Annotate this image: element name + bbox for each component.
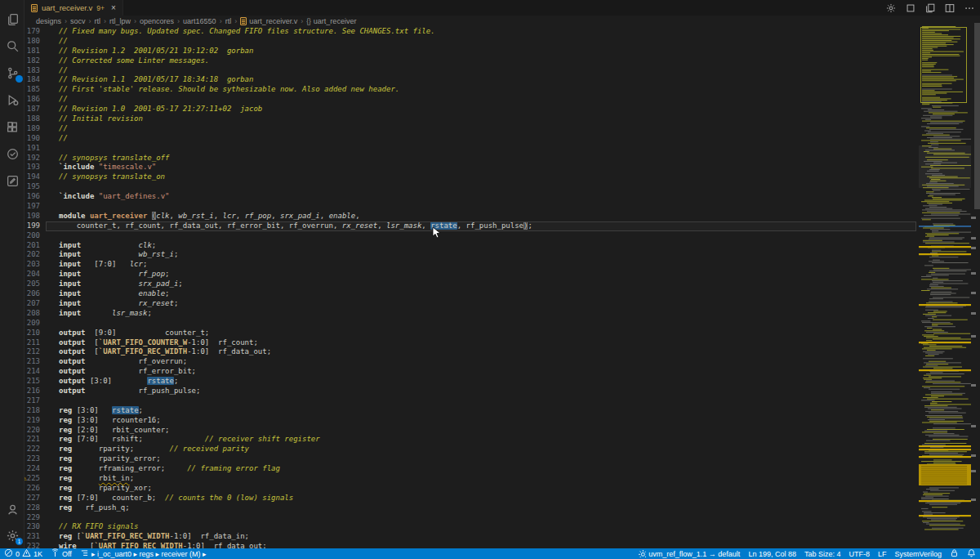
encoding[interactable]: UTF-8: [844, 548, 874, 559]
code-line-197[interactable]: 197: [24, 202, 919, 212]
cursor-position[interactable]: Ln 199, Col 88: [744, 548, 800, 559]
code-line-204[interactable]: 204input rf_pop;: [24, 270, 919, 280]
breadcrumb-item-rtl[interactable]: rtl: [95, 17, 101, 25]
search-icon[interactable]: [0, 34, 24, 58]
status-bar: 01KOff▸ i_oc_uart0 ▸ regs ▸ receiver (M)…: [0, 548, 980, 559]
symbol-module-icon: {}: [306, 17, 311, 25]
problems-indicator[interactable]: 01K: [0, 548, 47, 559]
code-line-214[interactable]: 214output rf_error_bit;: [24, 367, 919, 377]
breadcrumb-item-uart16550[interactable]: uart16550: [183, 17, 216, 25]
source-control-icon[interactable]: [0, 60, 24, 85]
extensions-icon[interactable]: [0, 114, 24, 139]
code-line-212[interactable]: 212output [`UART_FIFO_REC_WIDTH-1:0] rf_…: [24, 347, 919, 357]
code-line-179[interactable]: 179// Fixed many bugs. Updated spec. Cha…: [24, 27, 919, 37]
run-debug-icon[interactable]: [0, 87, 24, 112]
code-line-186[interactable]: 186//: [24, 95, 919, 105]
code-line-213[interactable]: 213output rf_overrun;: [24, 357, 919, 367]
more-actions-icon[interactable]: [964, 2, 975, 14]
code-line-207[interactable]: 207input rx_reset;: [24, 299, 919, 309]
code-line-183[interactable]: 183//: [24, 66, 919, 76]
label: SystemVerilog: [894, 550, 942, 558]
code-line-189[interactable]: 189//: [24, 124, 919, 134]
breadcrumb-item-socv[interactable]: socv: [70, 17, 86, 25]
code-line-187[interactable]: 187// Revision 1.0 2001-05-17 21:27:11+0…: [24, 105, 919, 114]
code-line-220[interactable]: 220reg [2:0] rbit_counter;: [24, 426, 919, 436]
eol[interactable]: LF: [874, 548, 891, 559]
code-line-193[interactable]: 193`include "timescale.v": [24, 163, 919, 172]
breadcrumb-item-opencores[interactable]: opencores: [140, 17, 174, 25]
breadcrumb-item-uart-receiver-v[interactable]: uart_receiver.v: [240, 17, 297, 25]
code-line-190[interactable]: 190//: [24, 134, 919, 144]
code-line-202[interactable]: 202input wb_rst_i;: [24, 250, 919, 260]
line-content: input lsr_mask;: [40, 309, 152, 319]
code-line-195[interactable]: 195: [24, 182, 919, 192]
tower-status[interactable]: Off: [47, 548, 76, 559]
code-line-200[interactable]: 200: [24, 231, 919, 241]
gear-icon[interactable]: [885, 2, 897, 14]
code-line-218[interactable]: 218reg [3:0] rstate;: [24, 406, 919, 416]
code-line-203[interactable]: 203input [7:0] lcr;: [24, 260, 919, 270]
breadcrumb-item-designs[interactable]: designs: [36, 17, 61, 25]
code-line-223[interactable]: 223reg rparity_error;: [24, 454, 919, 464]
code-line-194[interactable]: 194// synopsys translate_on: [24, 172, 919, 182]
split-editor-icon[interactable]: [944, 2, 956, 14]
code-line-209[interactable]: 209: [24, 319, 919, 329]
code-line-221[interactable]: 221reg [7:0] rshift; // receiver shift r…: [24, 435, 919, 445]
code-line-228[interactable]: 228reg rf_push_q;: [24, 503, 919, 513]
hierarchy-path[interactable]: ▸ i_oc_uart0 ▸ regs ▸ receiver (M) ▸: [76, 548, 211, 559]
code-line-217[interactable]: 217: [24, 396, 919, 406]
code-line-210[interactable]: 210output [9:0] counter_t;: [24, 329, 919, 338]
minimap[interactable]: [919, 23, 971, 539]
notifications-bell[interactable]: [963, 548, 980, 559]
code-line-188[interactable]: 188// Initial revision: [24, 114, 919, 124]
explorer-icon[interactable]: [0, 7, 24, 31]
line-content: [40, 319, 59, 329]
code-line-224[interactable]: 224reg rframing_error; // framing error …: [24, 464, 919, 474]
pencil-square-icon[interactable]: [0, 168, 24, 193]
scrollbar[interactable]: [974, 23, 980, 209]
project-config[interactable]: uvm_ref_flow_1.1 → default: [633, 548, 744, 559]
line-number: 227: [24, 494, 40, 503]
code-line-199[interactable]: 199 counter_t, rf_count, rf_data_out, rf…: [24, 221, 919, 231]
breadcrumb-item-rtl[interactable]: rtl: [225, 17, 232, 25]
code-line-185[interactable]: 185// First 'stable' release. Should be …: [24, 85, 919, 95]
code-line-229[interactable]: 229: [24, 513, 919, 523]
code-line-180[interactable]: 180//: [24, 37, 919, 47]
code-line-192[interactable]: 192// synopsys translate_off: [24, 154, 919, 163]
code-line-184[interactable]: 184// Revision 1.1 2001/05/17 18:34:18 g…: [24, 75, 919, 85]
code-line-230[interactable]: 230// RX FIFO signals: [24, 522, 919, 532]
code-line-196[interactable]: 196`include "uart_defines.v": [24, 192, 919, 202]
close-icon[interactable]: ×: [111, 3, 116, 12]
code-line-231[interactable]: 231reg [`UART_FIFO_REC_WIDTH-1:0] rf_dat…: [24, 532, 919, 542]
settings-gear-icon[interactable]: 1: [0, 523, 24, 548]
code-line-232[interactable]: 232wire [`UART_FIFO_REC_WIDTH-1:0] rf_da…: [24, 542, 919, 548]
lock-indicator[interactable]: [946, 548, 963, 559]
tab-uart-receiver[interactable]: uart_receiver.v 9+ ×: [24, 0, 123, 16]
account-icon[interactable]: [0, 497, 24, 521]
code-line-222[interactable]: 222reg rparity; // received parity: [24, 445, 919, 454]
code-line-208[interactable]: 208input lsr_mask;: [24, 309, 919, 319]
tab-size[interactable]: Tab Size: 4: [800, 548, 845, 559]
verified-icon[interactable]: [0, 141, 24, 166]
code-line-211[interactable]: 211output [`UART_FIFO_COUNTER_W-1:0] rf_…: [24, 338, 919, 348]
code-editor[interactable]: 179// Fixed many bugs. Updated spec. Cha…: [24, 27, 919, 548]
code-line-206[interactable]: 206input enable;: [24, 289, 919, 299]
code-line-205[interactable]: 205input srx_pad_i;: [24, 280, 919, 289]
code-line-215[interactable]: 215output [3:0] rstate;: [24, 377, 919, 387]
code-line-226[interactable]: 226reg rparity_xor;: [24, 484, 919, 494]
code-line-181[interactable]: 181// Revision 1.2 2001/05/21 19:12:02 g…: [24, 47, 919, 56]
code-line-225[interactable]: ⚠225reg rbit_in;: [24, 474, 919, 484]
square-icon[interactable]: [905, 2, 916, 14]
breadcrumb-item-rtl-lpw[interactable]: rtl_lpw: [109, 17, 131, 25]
code-line-191[interactable]: 191: [24, 144, 919, 154]
code-line-227[interactable]: 227reg [7:0] counter_b; // counts the 0 …: [24, 494, 919, 503]
code-line-198[interactable]: 198module uart_receiver (clk, wb_rst_i, …: [24, 212, 919, 221]
pages-icon[interactable]: [924, 2, 936, 14]
line-content: //: [40, 37, 68, 47]
code-line-182[interactable]: 182// Corrected some Linter messages.: [24, 56, 919, 66]
code-line-201[interactable]: 201input clk;: [24, 241, 919, 251]
code-line-216[interactable]: 216output rf_push_pulse;: [24, 387, 919, 396]
language-mode[interactable]: SystemVerilog: [890, 548, 946, 559]
breadcrumb-item-uart-receiver[interactable]: {}uart_receiver: [306, 17, 356, 25]
code-line-219[interactable]: 219reg [3:0] rcounter16;: [24, 416, 919, 426]
